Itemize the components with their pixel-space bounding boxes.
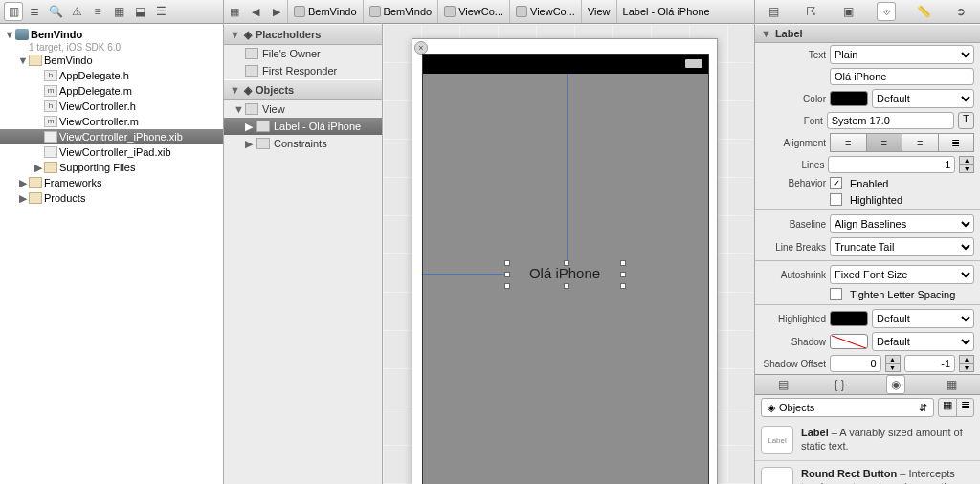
project-name: BemVindo [31, 29, 82, 40]
highlighted-color-well[interactable] [830, 311, 868, 326]
autoshrink-label: Autoshrink [761, 270, 826, 280]
inspector-toolbar: ▤ ☈ ▣ ⟐ 📏 ➲ [755, 0, 980, 24]
file-appdelegate-m[interactable]: mAppDelegate.m [0, 83, 223, 99]
interface-builder-canvas[interactable]: × Olá iPhone [383, 24, 754, 484]
autoshrink-select[interactable]: Fixed Font Size [830, 265, 974, 284]
font-field[interactable] [827, 112, 954, 129]
shadow-color-well[interactable] [830, 334, 868, 349]
back-icon[interactable]: ◀ [245, 6, 266, 18]
crumb-label[interactable]: Label - Olá iPhone [616, 0, 716, 23]
resize-handle[interactable] [504, 272, 510, 277]
navigator-panel: ▥ ≣ 🔍 ⚠ ≡ ▦ ⬓ ☰ ▼ BemVindo 1 target, iOS… [0, 0, 224, 484]
resize-handle[interactable] [564, 283, 569, 289]
linebreaks-select[interactable]: Truncate Tail [830, 237, 974, 256]
first-responder[interactable]: First Responder [224, 62, 382, 79]
symbol-navigator-icon[interactable]: ≣ [25, 2, 44, 21]
log-navigator-icon[interactable]: ☰ [151, 2, 170, 21]
file-appdelegate-h[interactable]: hAppDelegate.h [0, 68, 223, 83]
library-view-toggle[interactable]: ▦≣ [938, 398, 974, 417]
outline-label[interactable]: ▶ Label - Olá iPhone [224, 118, 382, 135]
placeholders-header[interactable]: ▼ ◈ Placeholders [224, 24, 382, 45]
breakpoint-navigator-icon[interactable]: ⬓ [130, 2, 149, 21]
file-viewcontroller-h[interactable]: hViewController.h [0, 99, 223, 114]
alignment-segmented[interactable]: ≡ ≡ ≡ ≣ [830, 133, 974, 152]
file-viewcontroller-ipad-xib[interactable]: ViewController_iPad.xib [0, 144, 223, 160]
lines-field[interactable] [828, 156, 955, 173]
file-viewcontroller-iphone-xib[interactable]: ViewController_iPhone.xib [0, 129, 223, 144]
forward-icon[interactable]: ▶ [266, 6, 287, 18]
crumb-file[interactable]: ViewCo... [437, 0, 509, 23]
tighten-checkbox[interactable] [830, 288, 842, 300]
test-navigator-icon[interactable]: ≡ [88, 2, 107, 21]
quick-help-icon[interactable]: ☈ [802, 2, 821, 21]
resize-handle[interactable] [564, 260, 569, 266]
ui-label[interactable]: Olá iPhone [507, 263, 622, 284]
outline-constraints[interactable]: ▶ Constraints [224, 135, 382, 152]
attributes-inspector: Text Plain Color Default Font T Alignmen… [755, 43, 980, 374]
files-owner[interactable]: File's Owner [224, 45, 382, 62]
crumb-file2[interactable]: ViewCo... [509, 0, 581, 23]
file-viewcontroller-m[interactable]: mViewController.m [0, 114, 223, 129]
lines-stepper[interactable]: ▲▼ [959, 156, 974, 173]
linebreaks-label: Line Breaks [761, 242, 826, 253]
resize-handle[interactable] [504, 260, 510, 266]
shadowoffset-label: Shadow Offset [761, 359, 826, 369]
project-subtitle: 1 target, iOS SDK 6.0 [0, 42, 223, 53]
shadow-offset-x[interactable] [830, 355, 881, 372]
crumb-group[interactable]: BemVindo [363, 0, 438, 23]
shadow-offset-y[interactable] [904, 355, 956, 372]
file-inspector-icon[interactable]: ▤ [765, 2, 784, 21]
baseline-label: Baseline [761, 219, 826, 230]
library-selector[interactable]: ◈ Objects ⇵ [761, 398, 934, 417]
project-root[interactable]: ▼ BemVindo [0, 27, 223, 42]
resize-handle[interactable] [620, 272, 626, 277]
shadow-x-stepper[interactable]: ▲▼ [885, 355, 901, 372]
highlighted-checkbox[interactable] [830, 193, 842, 206]
text-mode-select[interactable]: Plain [830, 45, 974, 64]
label-section-header[interactable]: ▼Label [755, 24, 980, 43]
resize-handle[interactable] [504, 283, 510, 289]
group-supporting-files[interactable]: ▶ Supporting Files [0, 160, 223, 175]
align-left-icon[interactable]: ≡ [830, 133, 867, 152]
enabled-checkbox[interactable]: ✓ [830, 177, 842, 189]
editor-area: ▦ ◀ ▶ BemVindo BemVindo ViewCo... ViewCo… [224, 0, 754, 484]
align-center-icon[interactable]: ≡ [867, 133, 903, 152]
file-template-library-icon[interactable]: ▤ [773, 375, 792, 394]
size-inspector-icon[interactable]: 📏 [914, 2, 933, 21]
identity-inspector-icon[interactable]: ▣ [839, 2, 858, 21]
baseline-select[interactable]: Align Baselines [830, 214, 974, 233]
group-products[interactable]: ▶ Products [0, 190, 223, 206]
resize-handle[interactable] [620, 260, 626, 266]
outline-view[interactable]: ▼ View [224, 100, 382, 118]
objects-header[interactable]: ▼ ◈ Objects [224, 79, 382, 100]
library-item-label[interactable]: Label Label – A variably sized amount of… [755, 420, 980, 461]
debug-navigator-icon[interactable]: ▦ [109, 2, 128, 21]
close-icon[interactable]: × [414, 41, 428, 55]
crumb-view[interactable]: View [581, 0, 616, 23]
group-bemvindo[interactable]: ▼ BemVindo [0, 53, 223, 68]
code-snippet-library-icon[interactable]: { } [830, 375, 849, 394]
attributes-inspector-icon[interactable]: ⟐ [877, 2, 896, 21]
color-well[interactable] [830, 91, 868, 106]
issue-navigator-icon[interactable]: ⚠ [67, 2, 86, 21]
align-right-icon[interactable]: ≡ [902, 133, 939, 152]
object-library-icon[interactable]: ◉ [886, 375, 905, 394]
text-field[interactable] [830, 68, 974, 85]
connections-inspector-icon[interactable]: ➲ [951, 2, 970, 21]
shadow-y-stepper[interactable]: ▲▼ [959, 355, 974, 372]
related-items-icon[interactable]: ▦ [224, 6, 245, 18]
crumb-project[interactable]: BemVindo [287, 0, 363, 23]
resize-handle[interactable] [620, 283, 626, 289]
group-frameworks[interactable]: ▶ Frameworks [0, 175, 223, 190]
library-item-button[interactable]: Round Rect Button – Intercepts touch eve… [755, 461, 980, 484]
project-navigator-icon[interactable]: ▥ [4, 2, 23, 21]
media-library-icon[interactable]: ▦ [943, 375, 962, 394]
shadow-select[interactable]: Default [872, 332, 974, 351]
align-justify-icon[interactable]: ≣ [939, 133, 975, 152]
search-navigator-icon[interactable]: 🔍 [46, 2, 65, 21]
alignment-label: Alignment [761, 138, 826, 148]
color-select[interactable]: Default [872, 89, 974, 108]
highlighted-select[interactable]: Default [872, 309, 974, 328]
font-picker-icon[interactable]: T [958, 112, 974, 129]
cube-icon: ◈ [244, 84, 252, 97]
